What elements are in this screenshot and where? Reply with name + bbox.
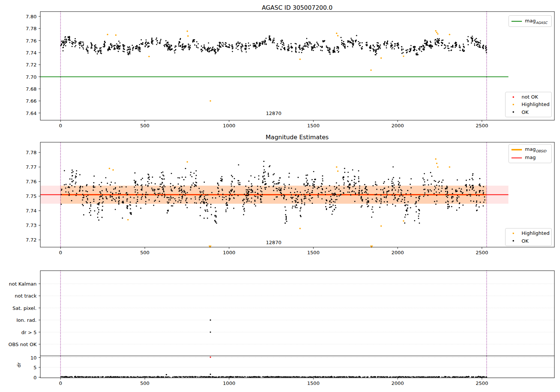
panel1-x-tick-label: 500 — [140, 123, 149, 128]
panel3-flag-points — [166, 320, 211, 376]
panel3-x-tick-label: 2500 — [476, 381, 488, 386]
panel3-x-tick-label: 2000 — [392, 381, 404, 386]
legend-entry-highlighted-2: Highlighted — [507, 230, 549, 237]
legend-entry-mag-agasc: magAGASC — [511, 18, 549, 25]
legend-entry-highlighted: Highlighted — [507, 101, 549, 108]
legend-entry-ok-2: OK — [507, 238, 549, 245]
panel3-gridlines — [40, 284, 554, 377]
panel2-x-tick-label: 2500 — [476, 250, 488, 255]
ok-marker-swatch-2 — [507, 240, 519, 242]
mag-label: mag — [525, 155, 536, 161]
panel3-dr-scatter — [60, 376, 487, 378]
panel1-x-tick-label: 2500 — [476, 123, 488, 128]
panel3-obsid-boundaries — [60, 271, 486, 378]
ok-marker-swatch — [507, 111, 519, 113]
mag-obsid-line-swatch — [511, 149, 523, 150]
panel3-x-tick-label: 0 — [59, 381, 62, 386]
panel1-legend-markers: not OK Highlighted OK — [505, 92, 552, 117]
panel2-y-tick-label: 7.74 — [18, 208, 37, 213]
ok-label: OK — [522, 109, 529, 115]
panel1-y-tick-label: 7.74 — [18, 50, 37, 55]
mag-agasc-label: magAGASC — [525, 18, 547, 25]
panel1-y-tick-label: 7.66 — [18, 99, 37, 103]
panel1-y-tick-label: 7.72 — [18, 62, 37, 67]
mag-line-swatch — [511, 158, 523, 158]
mag-obsid-label: magOBSID — [525, 146, 546, 153]
panel3-x-tick-label: 1500 — [307, 381, 320, 386]
panel2-annotation: 12870 — [255, 240, 292, 245]
panel2-y-tick-label: 7.72 — [18, 237, 37, 242]
not-ok-marker-swatch — [507, 96, 519, 98]
panel3-flag-tick-label: OBS not OK — [0, 342, 37, 347]
mag-agasc-line-swatch — [511, 21, 523, 22]
panel1-frame — [39, 12, 555, 122]
panel3-dr-tick-label: 5 — [18, 365, 37, 370]
panel1-y-tick-label: 7.78 — [18, 26, 37, 31]
panel2-y-tick-label: 7.75 — [18, 194, 37, 199]
legend-entry-not-ok: not OK — [507, 94, 549, 100]
highlighted-marker-swatch-2 — [507, 233, 519, 234]
panel3-dr-tick-label: 10 — [18, 355, 37, 360]
panel1-y-tick-label: 7.64 — [18, 111, 37, 115]
highlighted-label-2: Highlighted — [522, 230, 550, 236]
panel2-x-tick-label: 1000 — [223, 250, 235, 255]
panel1-y-tick-label: 7.70 — [18, 74, 37, 79]
panel2-x-tick-label: 0 — [59, 250, 62, 255]
panel1-y-tick-label: 7.80 — [18, 14, 37, 19]
panel1-y-tick-label: 7.68 — [18, 86, 37, 91]
panel3-x-tick-label: 500 — [140, 381, 149, 386]
panel3-flag-tick-label: not track — [0, 293, 37, 298]
panel3-dr-tick-label: 0 — [18, 375, 37, 380]
ok-label-2: OK — [522, 238, 529, 244]
panel2-title: Magnitude Estimates — [204, 134, 391, 141]
panel1-x-tick-label: 0 — [59, 123, 62, 128]
panel1-x-tick-label: 1500 — [307, 123, 320, 128]
panel1-title: AGASC ID 305007200.0 — [204, 4, 391, 11]
highlighted-marker-swatch — [507, 104, 519, 105]
plots-svg — [0, 0, 560, 392]
panel2-legend-lines: magOBSID mag — [508, 144, 552, 163]
legend-entry-ok: OK — [507, 109, 549, 115]
not-ok-label: not OK — [522, 94, 538, 100]
panel2-x-tick-label: 2000 — [392, 250, 404, 255]
legend-entry-mag-obsid: magOBSID — [511, 146, 549, 153]
panel1-obsid-boundaries — [60, 12, 486, 120]
panel1-x-tick-label: 2000 — [392, 123, 404, 128]
panel1-legend-mag-agasc: magAGASC — [508, 15, 552, 27]
panel2-x-tick-label: 500 — [140, 250, 149, 255]
figure-canvas: AGASC ID 305007200.0 Magnitude Estimates… — [0, 0, 560, 392]
panel1-ok-scatter — [60, 35, 487, 56]
panel3-flag-tick-label: dr > 5 — [0, 330, 37, 335]
panel1-annotation: 12870 — [255, 111, 292, 116]
panel3-x-tick-label: 1000 — [223, 381, 235, 386]
panel2-x-tick-label: 1500 — [307, 250, 320, 255]
panel3-frame — [39, 271, 555, 380]
legend-entry-mag: mag — [511, 154, 549, 161]
panel3-flag-tick-label: Sat. pixel. — [0, 305, 37, 310]
panel2-y-tick-label: 7.76 — [18, 179, 37, 184]
panel2-y-tick-label: 7.77 — [18, 165, 37, 169]
panel1-x-tick-label: 1000 — [223, 123, 235, 128]
panel1-highlighted-scatter — [107, 30, 450, 102]
highlighted-label: Highlighted — [522, 102, 550, 107]
panel3-flag-tick-label: not Kalman — [0, 281, 37, 286]
panel3-flag-tick-label: Ion. rad. — [0, 318, 37, 323]
panel2-y-tick-label: 7.73 — [18, 223, 37, 228]
panel1-y-tick-label: 7.76 — [18, 38, 37, 43]
panel2-legend-markers: Highlighted OK — [505, 228, 552, 246]
panel2-y-tick-label: 7.78 — [18, 150, 37, 155]
